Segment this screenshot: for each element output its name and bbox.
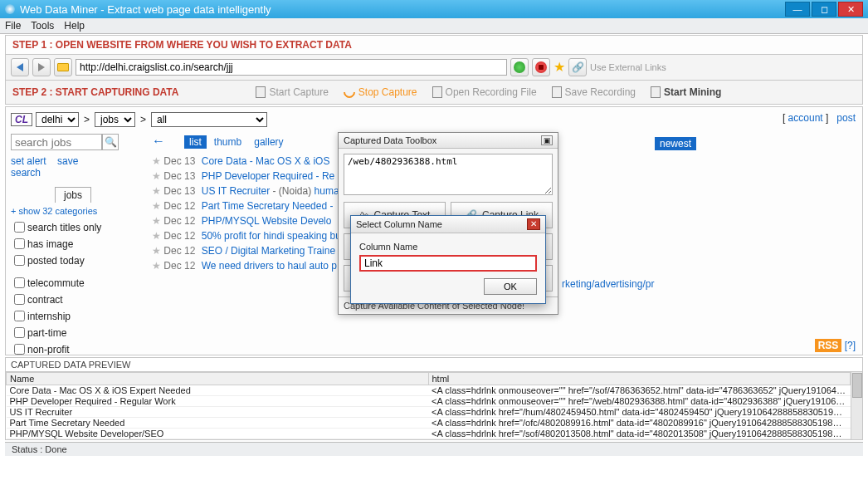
preview-name-cell: Core Data - Mac OS X & iOS Expert Needed xyxy=(7,385,429,396)
post-title-link[interactable]: 50% profit for hindi speaking bu xyxy=(202,230,341,242)
post-title-link[interactable]: SEO / Digital Marketing Traine xyxy=(202,245,335,257)
start-mining-button[interactable]: Start Mining xyxy=(645,84,727,100)
post-title-link[interactable]: US IT Recruiter xyxy=(202,185,270,197)
post-date: Dec 13 xyxy=(163,155,195,167)
post-title-link[interactable]: PHP Developer Required - Re xyxy=(202,170,335,182)
peek-link[interactable]: rketing/advertising/pr xyxy=(562,278,654,290)
save-search-link[interactable]: save xyxy=(57,155,78,167)
star-icon[interactable]: ★ xyxy=(553,61,565,74)
ok-button[interactable]: OK xyxy=(484,278,537,295)
save-recording-button[interactable]: Save Recording xyxy=(546,84,641,100)
fav-star-icon[interactable]: ★ xyxy=(152,230,161,242)
scroll-thumb[interactable] xyxy=(852,373,862,398)
col-html-header[interactable]: html xyxy=(428,373,851,385)
post-title-link[interactable]: Core Data - Mac OS X & iOS xyxy=(202,155,330,167)
record-icon xyxy=(256,86,266,98)
orb-icon xyxy=(5,4,15,14)
search-button[interactable]: 🔍 xyxy=(102,134,119,150)
menu-tools[interactable]: Tools xyxy=(31,20,54,32)
preview-name-cell: PHP Developer Required - Regular Work xyxy=(7,396,429,407)
fav-star-icon[interactable]: ★ xyxy=(152,155,161,167)
preview-row[interactable]: Core Data - Mac OS X & iOS Expert Needed… xyxy=(7,385,851,396)
mining-icon xyxy=(651,86,661,98)
subcategory-select[interactable]: all xyxy=(151,112,267,127)
dialog-close-button[interactable]: ✕ xyxy=(527,218,540,230)
preview-row[interactable]: PHP/MYSQL Website Developer/SEO<A class=… xyxy=(7,429,851,439)
post-title-link[interactable]: Part Time Secretary Needed - xyxy=(202,200,334,212)
preview-row[interactable]: Part Time Secretary Needed<A class=hdrln… xyxy=(7,418,851,429)
post-link[interactable]: post xyxy=(836,112,856,124)
menu-file[interactable]: File xyxy=(5,20,21,32)
external-links-toggle[interactable]: 🔗 xyxy=(568,58,587,76)
fav-star-icon[interactable]: ★ xyxy=(152,170,161,182)
folder-icon xyxy=(57,63,69,71)
go-button[interactable] xyxy=(510,58,529,76)
rss-area: RSS [?] xyxy=(815,340,856,351)
city-select[interactable]: delhi xyxy=(36,112,79,127)
filter-contract[interactable]: contract xyxy=(11,292,135,307)
rss-button[interactable]: RSS xyxy=(815,339,842,352)
account-link[interactable]: account xyxy=(788,112,823,124)
post-category-link[interactable]: huma xyxy=(315,185,339,197)
set-alert-link[interactable]: set alert xyxy=(11,155,46,167)
search-link[interactable]: search xyxy=(11,167,41,179)
post-date: Dec 12 xyxy=(163,215,195,227)
dialog-title: Select Column Name xyxy=(356,219,442,229)
preview-row[interactable]: PHP Developer Required - Regular Work<A … xyxy=(7,396,851,407)
category-select[interactable]: jobs xyxy=(95,112,135,127)
fav-star-icon[interactable]: ★ xyxy=(152,260,161,272)
forward-button[interactable] xyxy=(32,58,51,76)
view-thumb[interactable]: thumb xyxy=(209,135,246,149)
stop-button[interactable] xyxy=(532,58,550,76)
window-title: Web Data Miner - Extract web page data i… xyxy=(20,3,271,16)
col-name-header[interactable]: Name xyxy=(7,373,429,385)
filter-part-time[interactable]: part-time xyxy=(11,325,135,341)
craigslist-logo[interactable]: CL xyxy=(11,113,32,126)
open-recording-button[interactable]: Open Recording File xyxy=(427,84,543,100)
column-name-dialog: Select Column Name ✕ Column Name OK xyxy=(350,215,546,304)
post-title-link[interactable]: We need drivers to haul auto p xyxy=(202,260,337,272)
search-input[interactable] xyxy=(11,134,102,150)
view-list[interactable]: list xyxy=(184,135,207,149)
preview-scrollbar[interactable] xyxy=(851,372,862,439)
file-save-icon xyxy=(552,86,562,98)
filter-posted-today[interactable]: posted today xyxy=(11,252,135,268)
menu-help[interactable]: Help xyxy=(64,20,85,32)
close-button[interactable]: ✕ xyxy=(838,2,863,17)
sort-newest[interactable]: newest xyxy=(655,137,696,150)
stop-capture-icon xyxy=(341,84,358,100)
preview-row[interactable]: US IT Recruiter<A class=hdrlnk href="/hu… xyxy=(7,407,851,418)
column-name-input[interactable] xyxy=(359,255,537,272)
filter-internship[interactable]: internship xyxy=(11,308,135,324)
fav-star-icon[interactable]: ★ xyxy=(152,185,161,197)
jobs-tab[interactable]: jobs xyxy=(55,187,91,203)
url-input[interactable] xyxy=(76,59,507,76)
toolbox-pin-icon[interactable]: ▣ xyxy=(541,135,553,145)
filter-has-image[interactable]: has image xyxy=(11,236,135,252)
start-capture-button[interactable]: Start Capture xyxy=(250,84,334,100)
step1-panel: STEP 1 : OPEN WEBSITE FROM WHERE YOU WIS… xyxy=(5,35,863,105)
rss-help[interactable]: [?] xyxy=(845,340,856,351)
show-categories-link[interactable]: + show 32 categories xyxy=(11,206,135,216)
captured-url-field[interactable]: /web/4802936388.html xyxy=(344,154,553,195)
back-button[interactable] xyxy=(11,58,29,76)
step1-label: STEP 1 : OPEN WEBSITE FROM WHERE YOU WIS… xyxy=(6,36,862,55)
preview-html-cell: <A class=hdrlnk onmouseover="" href="/we… xyxy=(428,396,851,407)
favorites-button[interactable] xyxy=(54,58,72,76)
post-title-link[interactable]: PHP/MYSQL Website Develo xyxy=(202,215,332,227)
status-bar: Status : Done xyxy=(5,442,863,456)
column-name-label: Column Name xyxy=(359,242,537,252)
preview-title: CAPTURED DATA PREVIEW xyxy=(6,358,862,372)
filter-titles-only[interactable]: search titles only xyxy=(11,219,135,235)
maximize-button[interactable]: ◻ xyxy=(812,2,836,17)
stop-capture-button[interactable]: Stop Capture xyxy=(338,84,423,100)
filter-telecommute[interactable]: telecommute xyxy=(11,275,135,291)
minimize-button[interactable]: — xyxy=(785,2,810,17)
prev-page-arrow[interactable]: ← xyxy=(152,134,165,148)
view-gallery[interactable]: gallery xyxy=(249,135,288,149)
fav-star-icon[interactable]: ★ xyxy=(152,215,161,227)
fav-star-icon[interactable]: ★ xyxy=(152,200,161,212)
fav-star-icon[interactable]: ★ xyxy=(152,245,161,257)
filter-non-profit[interactable]: non-profit xyxy=(11,341,135,355)
stop-icon xyxy=(535,61,547,73)
